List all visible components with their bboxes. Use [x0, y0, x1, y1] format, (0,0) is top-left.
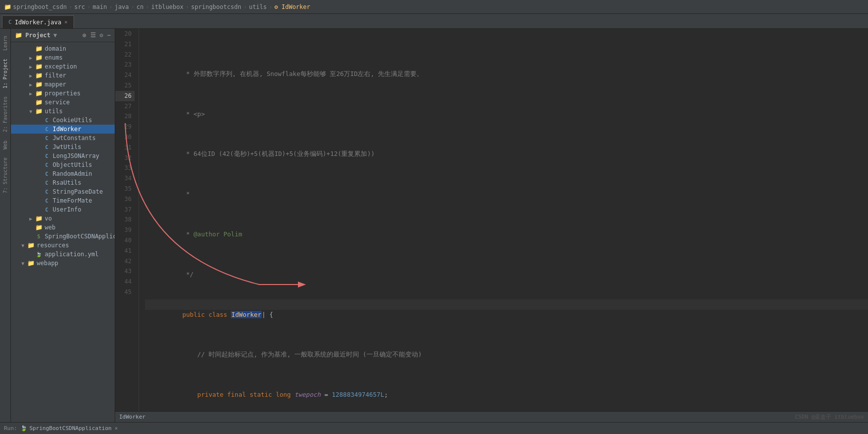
highlighted-classname: IdWorker — [231, 311, 262, 318]
breadcrumb-utils[interactable]: utils — [249, 3, 267, 10]
tree-item-timeformate[interactable]: C TimeForMate — [11, 196, 115, 205]
tree-item-objectutils[interactable]: C ObjectUtils — [11, 160, 115, 169]
tree-item-springbootapp[interactable]: S SpringBootCSDNApplication — [11, 232, 115, 241]
tab-bar: C IdWorker.java × — [0, 14, 868, 29]
tree-item-enums[interactable]: ▶ 📁 enums — [11, 53, 115, 62]
breadcrumb-cn[interactable]: cn — [137, 3, 144, 10]
breadcrumb-springbootcsdn[interactable]: springbootcsdn — [191, 3, 241, 10]
code-line-23: * — [145, 179, 868, 189]
tree-item-applicationyml[interactable]: 🍃 application.yml — [11, 250, 115, 259]
breadcrumb-java[interactable]: java — [115, 3, 129, 10]
status-bar: IdWorker CSDN @蓝盒子 itbluebox — [115, 411, 868, 422]
code-container[interactable]: 20 21 22 23 24 25 26 27 28 29 30 31 32 3… — [115, 29, 868, 411]
sidebar-add-icon[interactable]: ⊕ — [82, 32, 86, 39]
folder-icon-exception: 📁 — [35, 63, 43, 70]
run-bar: Run: 🍃 SpringBootCSDNApplication × — [0, 422, 868, 434]
tree-item-rsautils[interactable]: C RsaUtils — [11, 178, 115, 187]
panel-tab-learn[interactable]: Learn — [1, 33, 9, 54]
breadcrumb-idworker[interactable]: ⚙ IdWorker — [275, 3, 310, 10]
arrow-enums: ▶ — [27, 55, 35, 61]
tree-label-idworker: IdWorker — [53, 126, 81, 133]
breadcrumb-src[interactable]: src — [74, 3, 85, 10]
tree-item-utils[interactable]: ▼ 📁 utils — [11, 107, 115, 116]
breadcrumb-main[interactable]: main — [93, 3, 107, 10]
tree-item-resources[interactable]: ▼ 📁 resources — [11, 241, 115, 250]
folder-icon-utils: 📁 — [35, 108, 43, 115]
folder-icon-domain: 📁 — [35, 45, 43, 52]
tab-close-button[interactable]: × — [65, 19, 68, 25]
tree-item-properties[interactable]: ▶ 📁 properties — [11, 89, 115, 98]
tab-java-icon: C — [8, 19, 12, 25]
tree-item-webapp[interactable]: ▼ 📁 webapp — [11, 259, 115, 268]
tree-label-mapper: mapper — [45, 81, 66, 88]
breadcrumb-project[interactable]: springboot_csdn — [13, 3, 67, 10]
code-line-22: * 64位ID (42(毫秒)+5(机器ID)+5(业务编码)+12(重复累加)… — [145, 139, 868, 149]
tree-label-filter: filter — [45, 72, 66, 79]
tree-item-service[interactable]: 📁 service — [11, 98, 115, 107]
tree-label-jwtutils: JwtUtils — [53, 144, 81, 150]
tree-label-webapp: webapp — [37, 260, 58, 267]
tree-item-vo[interactable]: ▶ 📁 vo — [11, 214, 115, 223]
breadcrumb-itbluebox[interactable]: itbluebox — [151, 3, 184, 10]
tree-label-stringpasedate: StringPaseDate — [53, 188, 103, 195]
tab-idworker[interactable]: C IdWorker.java × — [2, 15, 74, 28]
tree-item-userinfo[interactable]: C UserInfo — [11, 205, 115, 214]
folder-icon-service: 📁 — [35, 99, 43, 106]
arrow-mapper: ▶ — [27, 82, 35, 87]
tree-label-springbootapp: SpringBootCSDNApplication — [45, 233, 115, 240]
editor-area: 20 21 22 23 24 25 26 27 28 29 30 31 32 3… — [115, 29, 868, 422]
arrow-webapp: ▼ — [19, 261, 27, 266]
java-icon-jwtconstants: C — [43, 136, 51, 141]
sidebar-minimize-icon[interactable]: − — [107, 32, 111, 39]
line-numbers: 20 21 22 23 24 25 26 27 28 29 30 31 32 3… — [115, 29, 139, 411]
code-line-26: public class IdWorker| { — [145, 299, 868, 310]
tree-item-randomadmin[interactable]: C RandomAdmin — [11, 169, 115, 178]
tree-item-mapper[interactable]: ▶ 📁 mapper — [11, 80, 115, 89]
sidebar-settings-icon[interactable]: ☰ — [90, 32, 96, 39]
folder-icon-filter: 📁 — [35, 72, 43, 79]
java-icon-randomadmin: C — [43, 171, 51, 177]
tree-item-jwtutils[interactable]: C JwtUtils — [11, 143, 115, 151]
tree-label-jwtconstants: JwtConstants — [53, 135, 96, 142]
java-icon-userinfo: C — [43, 207, 51, 213]
run-close[interactable]: × — [115, 425, 118, 432]
tree-label-userinfo: UserInfo — [53, 206, 81, 213]
tree-label-vo: vo — [45, 215, 52, 222]
java-icon-idworker: C — [43, 127, 51, 132]
panel-tab-favorites[interactable]: 2: Favorites — [1, 93, 9, 135]
tab-label: IdWorker.java — [15, 19, 62, 26]
tree-item-exception[interactable]: ▶ 📁 exception — [11, 62, 115, 71]
code-line-27: // 时间起始标记点, 作为基准, 一般取系统的最近时间 (一旦确定不能变动) — [145, 340, 868, 350]
tree-item-longjsonarray[interactable]: C LongJSONArray — [11, 151, 115, 160]
folder-icon-resources: 📁 — [27, 242, 35, 249]
tree-label-domain: domain — [45, 45, 66, 52]
arrow-exception: ▶ — [27, 64, 35, 70]
tree-item-idworker[interactable]: C IdWorker — [11, 125, 115, 134]
code-line-24: * @author Polim — [145, 219, 868, 229]
breadcrumb-project-icon: 📁 — [4, 3, 11, 10]
tree-label-objectutils: ObjectUtils — [53, 161, 92, 168]
java-icon-cookieutils: C — [43, 118, 51, 123]
arrow-vo: ▶ — [27, 216, 35, 221]
left-panel-tabs: Learn 1: Project 2: Favorites Web 7: Str… — [0, 29, 11, 422]
panel-tab-project[interactable]: 1: Project — [1, 56, 9, 91]
arrow-resources: ▼ — [19, 243, 27, 248]
tree-item-domain[interactable]: 📁 domain — [11, 44, 115, 53]
panel-tab-structure[interactable]: 7: Structure — [1, 154, 9, 196]
tree-item-cookieutils[interactable]: C CookieUtils — [11, 116, 115, 125]
sidebar-dropdown-icon[interactable]: ▼ — [54, 32, 57, 39]
tree-label-properties: properties — [45, 90, 80, 97]
folder-icon-mapper: 📁 — [35, 81, 43, 88]
folder-icon-enums: 📁 — [35, 54, 43, 61]
sidebar-gear-icon[interactable]: ⚙ — [100, 32, 103, 39]
arrow-filter: ▶ — [27, 73, 35, 78]
run-app: SpringBootCSDNApplication — [29, 425, 112, 432]
tree-item-jwtconstants[interactable]: C JwtConstants — [11, 134, 115, 143]
tree-item-web[interactable]: 📁 web — [11, 223, 115, 232]
tree-item-filter[interactable]: ▶ 📁 filter — [11, 71, 115, 80]
main-layout: Learn 1: Project 2: Favorites Web 7: Str… — [0, 29, 868, 422]
code-line-25: */ — [145, 259, 868, 270]
tree-label-randomadmin: RandomAdmin — [53, 170, 92, 177]
tree-item-stringpasedate[interactable]: C StringPaseDate — [11, 187, 115, 196]
panel-tab-web[interactable]: Web — [1, 138, 9, 152]
